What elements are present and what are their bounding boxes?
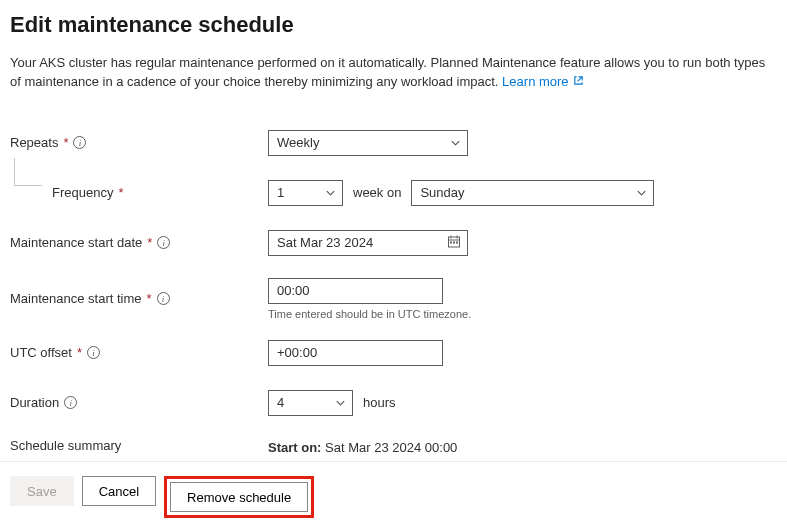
page-title: Edit maintenance schedule <box>10 12 777 38</box>
hours-text: hours <box>363 395 396 410</box>
duration-label: Duration <box>10 395 59 410</box>
required-asterisk: * <box>147 291 152 306</box>
remove-schedule-button[interactable]: Remove schedule <box>170 482 308 512</box>
remove-highlight: Remove schedule <box>164 476 314 518</box>
footer-bar: Save Cancel Remove schedule <box>0 461 787 532</box>
summary-start-on-value: Sat Mar 23 2024 00:00 <box>325 440 457 455</box>
learn-more-link[interactable]: Learn more <box>502 73 583 92</box>
info-icon[interactable]: i <box>64 396 77 409</box>
duration-select[interactable]: 4 <box>268 390 353 416</box>
start-time-input[interactable] <box>268 278 443 304</box>
summary-start-on-label: Start on: <box>268 440 321 455</box>
utc-offset-label: UTC offset <box>10 345 72 360</box>
cancel-button[interactable]: Cancel <box>82 476 156 506</box>
description-text: Your AKS cluster has regular maintenance… <box>10 55 765 89</box>
required-asterisk: * <box>77 345 82 360</box>
utc-offset-input[interactable] <box>268 340 443 366</box>
indent-connector-line <box>14 158 42 186</box>
info-icon[interactable]: i <box>157 292 170 305</box>
utc-offset-row: UTC offset * i <box>10 338 777 368</box>
week-on-text: week on <box>353 185 401 200</box>
frequency-row: Frequency * 1 week on Sunday <box>10 178 777 208</box>
external-link-icon <box>573 73 584 92</box>
duration-row: Duration i 4 hours <box>10 388 777 418</box>
required-asterisk: * <box>118 185 123 200</box>
repeats-select[interactable]: Weekly <box>268 130 468 156</box>
time-helper-text: Time entered should be in UTC timezone. <box>268 308 471 320</box>
start-date-input[interactable]: Sat Mar 23 2024 <box>268 230 468 256</box>
start-time-label: Maintenance start time <box>10 291 142 306</box>
info-icon[interactable]: i <box>73 136 86 149</box>
page-description: Your AKS cluster has regular maintenance… <box>10 54 770 92</box>
repeats-label: Repeats <box>10 135 58 150</box>
save-button: Save <box>10 476 74 506</box>
required-asterisk: * <box>147 235 152 250</box>
learn-more-text: Learn more <box>502 73 568 92</box>
summary-label: Schedule summary <box>10 438 121 453</box>
frequency-label: Frequency <box>52 185 113 200</box>
info-icon[interactable]: i <box>157 236 170 249</box>
start-time-row: Maintenance start time * i Time entered … <box>10 278 777 320</box>
repeats-row: Repeats * i Weekly <box>10 128 777 158</box>
weekday-select[interactable]: Sunday <box>411 180 654 206</box>
info-icon[interactable]: i <box>87 346 100 359</box>
frequency-select[interactable]: 1 <box>268 180 343 206</box>
required-asterisk: * <box>63 135 68 150</box>
start-date-label: Maintenance start date <box>10 235 142 250</box>
start-date-row: Maintenance start date * i Sat Mar 23 20… <box>10 228 777 258</box>
